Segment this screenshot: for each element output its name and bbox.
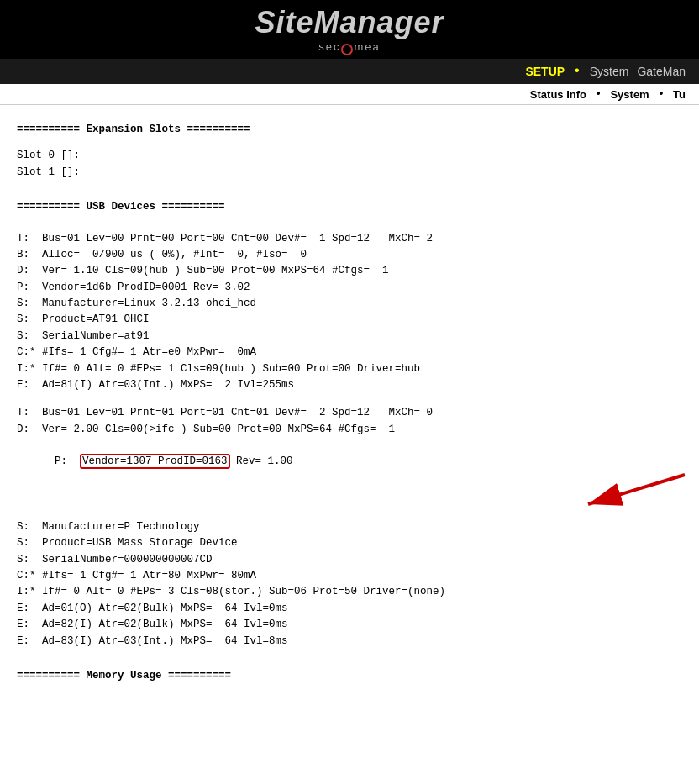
usb2-highlighted-vendor: Vendor=1307 ProdID=0163 xyxy=(80,454,230,469)
usb2-line-1: D: Ver= 2.00 Cls=00(>ifc ) Sub=00 Prot=0… xyxy=(17,422,682,438)
nav-item-system[interactable]: System xyxy=(590,65,629,78)
usb-devices-header: ========== USB Devices ========== xyxy=(17,199,682,215)
usb-line-9: E: Ad=81(I) Atr=03(Int.) MxPS= 2 Ivl=255… xyxy=(17,377,682,393)
sub-nav-dot-2: • xyxy=(658,87,665,101)
usb-block-1: T: Bus=01 Lev=00 Prnt=00 Port=00 Cnt=00 … xyxy=(17,231,682,394)
usb2-line-suffix: Rev= 1.00 xyxy=(230,455,293,467)
logo-text: SiteManager xyxy=(255,5,444,40)
usb-line-6: S: SerialNumber=at91 xyxy=(17,329,682,345)
slot0-line: Slot 0 []: xyxy=(17,148,682,164)
sub-nav-status-info[interactable]: Status Info xyxy=(530,88,586,101)
usb-line-2: D: Ver= 1.10 Cls=09(hub ) Sub=00 Prot=00… xyxy=(17,263,682,279)
usb-block-2: T: Bus=01 Lev=01 Prnt=01 Port=01 Cnt=01 … xyxy=(17,405,682,650)
usb2-line-s2: S: Product=USB Mass Storage Device xyxy=(17,535,682,551)
usb2-line-s3: S: SerialNumber=000000000007CD xyxy=(17,552,682,568)
usb-line-0: T: Bus=01 Lev=00 Prnt=00 Port=00 Cnt=00 … xyxy=(17,231,682,247)
usb-line-7: C:* #Ifs= 1 Cfg#= 1 Atr=e0 MxPwr= 0mA xyxy=(17,345,682,360)
usb2-highlighted-line: P: Vendor=1307 ProdID=0163 Rev= 1.00 xyxy=(17,438,682,519)
nav-item-gateman[interactable]: GateMan xyxy=(637,65,686,78)
usb2-line-c1: C:* #Ifs= 1 Cfg#= 1 Atr=80 MxPwr= 80mA xyxy=(17,568,682,584)
nav-item-setup[interactable]: SETUP xyxy=(525,65,565,78)
sub-nav: Status Info • System • Tu xyxy=(0,84,699,105)
usb-line-5: S: Product=AT91 OHCI xyxy=(17,312,682,328)
slot1-line: Slot 1 []: xyxy=(17,165,682,181)
usb2-line-0: T: Bus=01 Lev=01 Prnt=01 Port=01 Cnt=01 … xyxy=(17,405,682,421)
usb-line-3: P: Vendor=1d6b ProdID=0001 Rev= 3.02 xyxy=(17,280,682,296)
nav-dot-1: • xyxy=(573,64,581,79)
usb2-line-prefix: P: xyxy=(55,455,80,467)
usb-line-1: B: Alloc= 0/900 us ( 0%), #Int= 0, #Iso=… xyxy=(17,247,682,263)
logo-sub: secmea xyxy=(255,40,444,54)
memory-usage-header: ========== Memory Usage ========== xyxy=(17,668,682,684)
usb2-line-e3: E: Ad=83(I) Atr=03(Int.) MxPS= 64 Ivl=8m… xyxy=(17,634,682,650)
sub-nav-system[interactable]: System xyxy=(610,88,649,101)
usb-line-4: S: Manufacturer=Linux 3.2.13 ohci_hcd xyxy=(17,296,682,312)
sub-nav-tu[interactable]: Tu xyxy=(673,88,686,101)
usb2-line-e1: E: Ad=01(O) Atr=02(Bulk) MxPS= 64 Ivl=0m… xyxy=(17,601,682,617)
content-area: ========== Expansion Slots ========== Sl… xyxy=(0,105,699,697)
usb-line-8: I:* If#= 0 Alt= 0 #EPs= 1 Cls=09(hub ) S… xyxy=(17,361,682,377)
expansion-slots-header: ========== Expansion Slots ========== xyxy=(17,122,682,138)
nav-bar: SETUP • System GateMan xyxy=(0,59,699,84)
usb2-line-i1: I:* If#= 0 Alt= 0 #EPs= 3 Cls=08(stor.) … xyxy=(17,584,682,600)
usb2-line-e2: E: Ad=82(I) Atr=02(Bulk) MxPS= 64 Ivl=0m… xyxy=(17,617,682,633)
sub-nav-dot-1: • xyxy=(595,87,602,101)
logo-container: SiteManager secmea xyxy=(255,5,444,54)
header-bar: SiteManager secmea xyxy=(0,0,699,59)
red-arrow-annotation xyxy=(504,455,689,535)
red-arrow-svg xyxy=(554,471,689,513)
